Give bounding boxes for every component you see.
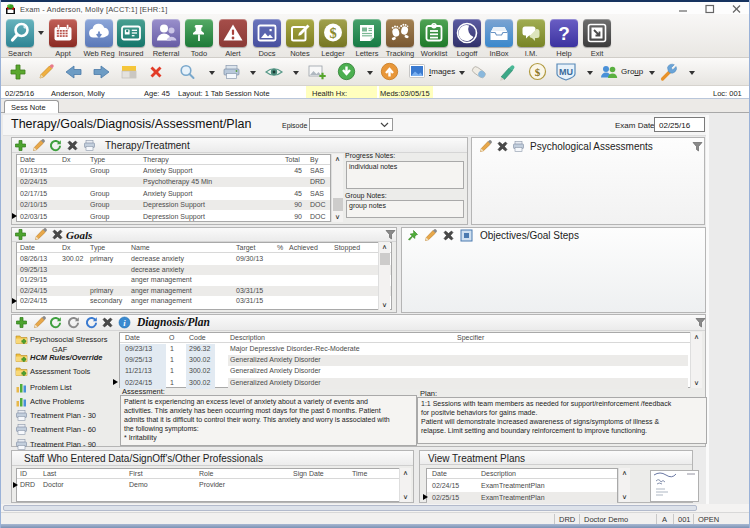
svg-text:$: $ (329, 25, 336, 41)
svg-text:?: ? (558, 23, 570, 44)
svg-text:MU: MU (559, 67, 573, 77)
svg-text:$: $ (535, 66, 541, 78)
